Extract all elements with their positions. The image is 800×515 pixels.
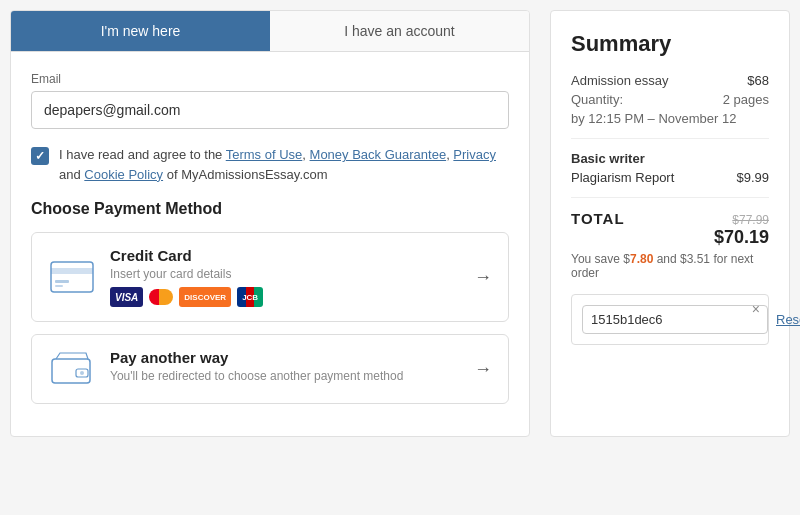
right-panel: Summary Admission essay $68 Quantity: 2 … — [550, 10, 790, 437]
summary-item-row: Admission essay $68 — [571, 73, 769, 88]
savings-amount: 7.80 — [630, 252, 653, 266]
terms-link-cookie[interactable]: Cookie Policy — [84, 167, 163, 182]
summary-deadline: by 12:15 PM – November 12 — [571, 111, 736, 126]
savings-prefix: You save $ — [571, 252, 630, 266]
svg-rect-3 — [55, 285, 63, 287]
summary-total-label: TOTAL — [571, 210, 625, 227]
jcb-logo: JCB — [237, 287, 263, 307]
summary-total-final: $70.19 — [714, 227, 769, 248]
left-content: Email I have read and agree to the Terms… — [11, 52, 529, 436]
coupon-area: × Reset — [571, 294, 769, 345]
payment-option-credit-card[interactable]: Credit Card Insert your card details VIS… — [31, 232, 509, 322]
svg-rect-1 — [51, 268, 93, 274]
terms-suffix: of MyAdmissionsEssay.com — [167, 167, 328, 182]
summary-divider-1 — [571, 138, 769, 139]
card-logos: VISA DISCOVER JCB — [110, 287, 460, 307]
other-payment-info: Pay another way You'll be redirected to … — [110, 349, 460, 389]
summary-plagiarism-row: Plagiarism Report $9.99 — [571, 170, 769, 185]
mastercard-logo — [149, 289, 173, 305]
summary-quantity-row: Quantity: 2 pages — [571, 92, 769, 107]
summary-service-label: Basic writer — [571, 151, 769, 166]
summary-divider-2 — [571, 197, 769, 198]
summary-plagiarism-price: $9.99 — [736, 170, 769, 185]
svg-rect-4 — [52, 359, 90, 383]
coupon-input[interactable] — [582, 305, 768, 334]
credit-card-icon — [48, 259, 96, 295]
svg-rect-0 — [51, 262, 93, 292]
terms-link-mbg[interactable]: Money Back Guarantee — [310, 147, 447, 162]
payment-option-other[interactable]: Pay another way You'll be redirected to … — [31, 334, 509, 404]
summary-total-prices: $77.99 $70.19 — [714, 213, 769, 248]
page-wrapper: I'm new here I have an account Email I h… — [10, 10, 790, 437]
coupon-close-button[interactable]: × — [752, 301, 760, 317]
summary-item-name: Admission essay — [571, 73, 669, 88]
svg-point-6 — [80, 371, 84, 375]
terms-and: and — [59, 167, 84, 182]
email-label: Email — [31, 72, 509, 86]
terms-checkbox[interactable] — [31, 147, 49, 165]
terms-text: I have read and agree to the Terms of Us… — [59, 145, 496, 184]
coupon-row: Reset — [582, 305, 758, 334]
coupon-reset-button[interactable]: Reset — [776, 312, 800, 327]
visa-logo: VISA — [110, 287, 143, 307]
terms-link-tos[interactable]: Terms of Use — [226, 147, 303, 162]
summary-deadline-row: by 12:15 PM – November 12 — [571, 111, 769, 126]
terms-link-privacy[interactable]: Privacy — [453, 147, 496, 162]
tabs-container: I'm new here I have an account — [11, 11, 529, 52]
svg-rect-2 — [55, 280, 69, 283]
credit-card-arrow-icon: → — [474, 267, 492, 288]
summary-item-price: $68 — [747, 73, 769, 88]
credit-card-desc: Insert your card details — [110, 267, 460, 281]
terms-prefix: I have read and agree to the — [59, 147, 226, 162]
wallet-icon — [48, 351, 96, 387]
terms-row: I have read and agree to the Terms of Us… — [31, 145, 509, 184]
credit-card-name: Credit Card — [110, 247, 460, 264]
tab-new-user[interactable]: I'm new here — [11, 11, 270, 51]
summary-total-row: TOTAL $77.99 $70.19 — [571, 210, 769, 248]
credit-card-info: Credit Card Insert your card details VIS… — [110, 247, 460, 307]
discover-logo: DISCOVER — [179, 287, 231, 307]
summary-savings-text: You save $7.80 and $3.51 for next order — [571, 252, 769, 280]
tab-existing-user[interactable]: I have an account — [270, 11, 529, 51]
other-payment-name: Pay another way — [110, 349, 460, 366]
summary-quantity-label: Quantity: — [571, 92, 623, 107]
summary-total-original: $77.99 — [714, 213, 769, 227]
left-panel: I'm new here I have an account Email I h… — [10, 10, 530, 437]
email-input[interactable] — [31, 91, 509, 129]
summary-quantity-value: 2 pages — [723, 92, 769, 107]
payment-section-title: Choose Payment Method — [31, 200, 509, 218]
summary-plagiarism-label: Plagiarism Report — [571, 170, 674, 185]
other-payment-desc: You'll be redirected to choose another p… — [110, 369, 460, 383]
summary-title: Summary — [571, 31, 769, 57]
other-payment-arrow-icon: → — [474, 359, 492, 380]
